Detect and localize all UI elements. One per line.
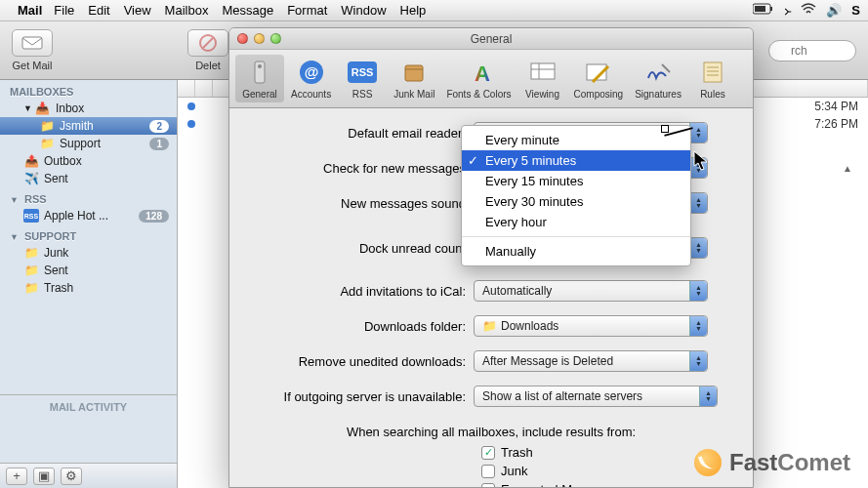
sidebar-item-trash[interactable]: 📁Trash (0, 279, 177, 297)
wifi-icon[interactable] (801, 3, 816, 18)
tab-composing[interactable]: Composing (569, 55, 629, 102)
minimize-button[interactable] (254, 33, 265, 44)
select-downloads[interactable]: 📁Downloads▲▼ (474, 315, 708, 337)
svg-text:A: A (475, 61, 490, 85)
volume-icon[interactable]: 🔊 (826, 3, 842, 18)
get-mail-label: Get Mail (13, 60, 53, 71)
search-input[interactable] (768, 40, 856, 61)
watermark: FastComet (694, 449, 850, 476)
select-outgoing[interactable]: Show a list of alternate servers▲▼ (474, 386, 718, 407)
sidebar-item-junk[interactable]: 📁Junk (0, 244, 177, 262)
tab-rules[interactable]: Rules (688, 55, 737, 102)
toolbar-search[interactable] (768, 40, 856, 61)
delete-label: Delet (195, 60, 221, 71)
popup-option[interactable]: Every hour (462, 212, 690, 232)
popup-option-selected[interactable]: Every 5 minutes (462, 150, 690, 171)
sidebar-item-support[interactable]: 📁Support1 (0, 135, 177, 152)
svg-rect-3 (22, 37, 42, 49)
tab-junkmail[interactable]: Junk Mail (389, 55, 439, 102)
checkbox-encrypted[interactable]: Encrypted Messages (481, 482, 733, 488)
popup-option[interactable]: Every minute (462, 130, 690, 150)
sidebar-item-sent[interactable]: ✈️Sent (0, 170, 177, 187)
badge: 1 (149, 138, 169, 150)
select-remove[interactable]: After Message is Deleted▲▼ (474, 350, 708, 372)
checkbox-icon (481, 483, 495, 489)
label-sound: New messages sound (249, 196, 474, 211)
viewing-icon (527, 58, 558, 87)
svg-rect-2 (755, 6, 765, 12)
sidebar-item-sent2[interactable]: 📁Sent (0, 262, 177, 279)
folder-icon: 📁 (39, 119, 55, 133)
checkbox-icon: ✓ (481, 446, 495, 460)
tab-signatures[interactable]: Signatures (630, 55, 686, 102)
menu-file[interactable]: File (54, 3, 74, 18)
svg-rect-12 (405, 65, 423, 81)
sent-icon: ✈️ (23, 172, 39, 185)
menu-window[interactable]: Window (341, 3, 386, 18)
prefs-titlebar[interactable]: General (229, 28, 753, 50)
composing-icon (583, 58, 614, 87)
check-interval-popup: Every minute Every 5 minutes Every 15 mi… (461, 125, 691, 266)
folder-icon: 📁 (23, 246, 39, 260)
app-menu[interactable]: Mail (18, 3, 42, 18)
tab-rss[interactable]: RSSRSS (338, 55, 387, 102)
search-heading: When searching all mailboxes, include re… (249, 425, 733, 439)
message-time: 5:34 PM (814, 100, 858, 113)
folder-icon: 📁 (39, 137, 55, 150)
section-mailboxes: MAILBOXES (0, 80, 177, 100)
label-dock: Dock unread count (249, 241, 474, 256)
menu-message[interactable]: Message (222, 3, 273, 18)
label-downloads: Downloads folder: (249, 319, 474, 334)
battery-icon[interactable] (753, 3, 774, 18)
label-ical: Add invitations to iCal: (249, 284, 474, 299)
general-icon (244, 58, 275, 87)
label-default-reader: Default email reader: (249, 126, 474, 141)
svg-rect-14 (531, 63, 555, 79)
zoom-button[interactable] (270, 33, 281, 44)
mail-activity: MAIL ACTIVITY (0, 394, 177, 463)
get-mail-button[interactable]: Get Mail (12, 29, 53, 71)
section-rss[interactable]: ▼ RSS (0, 187, 177, 207)
menu-format[interactable]: Format (287, 3, 327, 18)
activity-button[interactable]: ▣ (33, 468, 55, 485)
system-menubar: Mail File Edit View Mailbox Message Form… (0, 0, 868, 21)
sidebar-footer: + ▣ ⚙ (0, 463, 177, 488)
folder-icon: 📁 (23, 264, 39, 277)
action-button[interactable]: ⚙ (61, 468, 82, 485)
bluetooth-icon[interactable]: ᚛ (784, 3, 791, 19)
select-ical[interactable]: Automatically▲▼ (474, 280, 708, 302)
menu-help[interactable]: Help (400, 3, 427, 18)
sidebar-item-inbox[interactable]: ▼📥Inbox (0, 100, 177, 117)
rss-icon: RSS (23, 209, 39, 223)
message-time: 7:26 PM (814, 117, 858, 131)
delete-button[interactable]: Delet (187, 29, 228, 71)
extra-icon[interactable]: S (851, 3, 860, 18)
tab-fonts[interactable]: AFonts & Colors (441, 55, 516, 102)
signatures-icon (642, 58, 674, 87)
badge: 128 (139, 210, 169, 223)
menu-edit[interactable]: Edit (88, 3, 109, 18)
sidebar-item-jsmith[interactable]: 📁Jsmith2 (0, 117, 177, 135)
svg-text:@: @ (304, 63, 318, 80)
section-support[interactable]: ▼ SUPPORT (0, 224, 177, 244)
sidebar-item-outbox[interactable]: 📤Outbox (0, 152, 177, 170)
unread-dot-icon (187, 120, 195, 128)
popup-option-manual[interactable]: Manually (462, 241, 690, 262)
prefs-title: General (471, 32, 513, 46)
inbox-icon: 📥 (35, 102, 51, 115)
prefs-toolbar: General @Accounts RSSRSS Junk Mail AFont… (229, 50, 753, 108)
close-button[interactable] (237, 33, 248, 44)
tab-general[interactable]: General (235, 55, 284, 102)
tab-accounts[interactable]: @Accounts (286, 55, 336, 102)
popup-option[interactable]: Every 30 minutes (462, 191, 690, 212)
popup-option[interactable]: Every 15 minutes (462, 171, 690, 191)
svg-line-5 (203, 38, 213, 48)
svg-rect-1 (770, 7, 772, 11)
sidebar-item-applehot[interactable]: RSSApple Hot ...128 (0, 207, 177, 224)
add-button[interactable]: + (6, 468, 27, 485)
fonts-icon: A (463, 58, 494, 87)
watermark-logo-icon (694, 449, 722, 476)
menu-mailbox[interactable]: Mailbox (165, 3, 209, 18)
menu-view[interactable]: View (124, 3, 151, 18)
tab-viewing[interactable]: Viewing (518, 55, 567, 102)
